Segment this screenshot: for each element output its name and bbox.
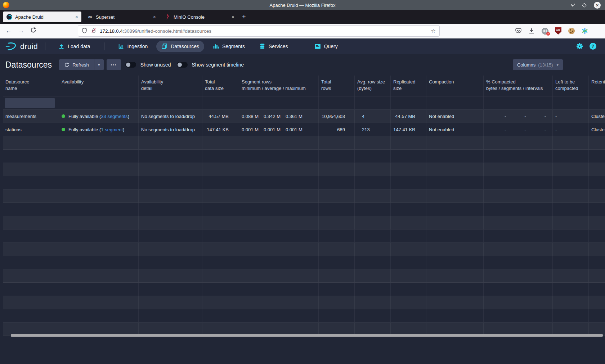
nav-item-label: Ingestion — [127, 44, 148, 49]
segments-link[interactable]: 33 segments — [101, 114, 127, 119]
brand-text: druid — [20, 42, 38, 51]
druid-logo[interactable]: druid — [5, 41, 38, 51]
asterisk-extension-icon[interactable] — [581, 27, 589, 35]
column-header-left_to_be_compacted[interactable]: Left to becompacted — [553, 76, 589, 96]
cell-left_to_be_compacted — [553, 163, 589, 176]
cell-left_to_be_compacted — [553, 96, 589, 109]
nav-item-datasources[interactable]: Datasources — [156, 41, 204, 52]
back-icon[interactable]: ← — [4, 27, 13, 35]
tab-close-icon[interactable]: × — [153, 14, 156, 20]
cell-name — [3, 269, 59, 282]
show-unused-toggle[interactable] — [125, 62, 136, 68]
cell-pct_compacted — [484, 203, 553, 216]
cell-total_data_size — [202, 296, 239, 309]
window-minimize-icon[interactable] — [571, 2, 575, 6]
segments-link[interactable]: 1 segment — [101, 127, 123, 132]
tab-close-icon[interactable]: × — [75, 14, 78, 20]
help-icon[interactable]: ? — [590, 43, 596, 50]
cell-compaction — [426, 243, 484, 256]
cell-compaction — [426, 150, 484, 163]
reload-icon[interactable] — [29, 27, 37, 35]
cell-replicated_size — [391, 256, 426, 269]
column-header-compaction[interactable]: Compaction — [426, 76, 484, 96]
tab-apache-druid[interactable]: Apache Druid × — [3, 12, 81, 22]
cell-left_to_be_compacted — [553, 269, 589, 282]
tab-close-icon[interactable]: × — [232, 14, 234, 20]
bookmark-star-icon[interactable]: ☆ — [431, 28, 436, 34]
insecure-lock-icon[interactable] — [91, 28, 97, 35]
cell-compaction: Not enabled — [426, 123, 484, 136]
column-header-avg_row_size[interactable]: Avg. row size(bytes) — [355, 76, 391, 96]
cell-total_data_size — [202, 216, 239, 229]
cell-total_rows — [319, 203, 355, 216]
cell-total_data_size — [202, 150, 239, 163]
datasource-filter-input[interactable] — [5, 98, 55, 108]
cell-left_to_be_compacted — [553, 256, 589, 269]
cell-pct_compacted — [484, 323, 553, 336]
window-restore-icon[interactable] — [582, 3, 587, 8]
refresh-dropdown-caret[interactable]: ▾ — [94, 59, 104, 70]
tab-minio-console[interactable]: MinIO Console × — [161, 12, 238, 22]
nav-item-services[interactable]: Services — [254, 41, 293, 52]
column-header-total_rows[interactable]: Totalrows — [319, 76, 355, 96]
cell-pct_compacted — [484, 229, 553, 242]
show-segment-timeline-toggle[interactable] — [177, 62, 188, 68]
settings-gear-icon[interactable] — [576, 43, 583, 50]
cell-availability: Fully available (1 segment) — [59, 123, 139, 136]
cookie-icon[interactable] — [568, 27, 575, 35]
forward-icon[interactable]: → — [17, 27, 26, 35]
download-icon[interactable] — [528, 27, 535, 35]
column-header-availability[interactable]: Availability — [59, 76, 139, 96]
cell-pct_compacted — [484, 216, 553, 229]
column-header-replicated_size[interactable]: Replicatedsize — [391, 76, 426, 96]
cell-total_rows — [319, 256, 355, 269]
columns-button[interactable]: Columns (13/15) ▾ — [513, 59, 563, 70]
cell-segment_rows — [239, 323, 319, 336]
more-actions-button[interactable]: ••• — [107, 59, 121, 70]
cell-left_to_be_compacted — [553, 136, 589, 149]
load-data-icon — [58, 43, 64, 49]
new-tab-button[interactable]: + — [242, 13, 246, 21]
cell-compaction — [426, 216, 484, 229]
ublock-origin-icon[interactable]: uO — [554, 27, 562, 35]
nav-item-load-data[interactable]: Load data — [53, 41, 95, 52]
cell-total_rows — [319, 283, 355, 296]
extension-icon[interactable]: × — [541, 27, 549, 35]
menu-hamburger-icon[interactable] — [594, 29, 600, 33]
horizontal-scrollbar[interactable] — [11, 334, 603, 337]
cell-total_data_size — [202, 136, 239, 149]
column-header-pct_compacted[interactable]: % Compactedbytes / segments / intervals — [484, 76, 553, 96]
tab-superset[interactable]: ∞ Superset × — [84, 12, 159, 22]
cell-replicated_size — [391, 203, 426, 216]
cell-segment_rows — [239, 229, 319, 242]
pocket-icon[interactable] — [514, 27, 522, 35]
column-header-segment_rows[interactable]: Segment rowsminimum / average / maximum — [239, 76, 319, 96]
cell-availability_detail — [139, 150, 202, 163]
cell-retention — [589, 150, 605, 163]
superset-favicon-icon: ∞ — [87, 14, 93, 20]
cell-value: 0.001 M — [264, 127, 281, 132]
nav-item-label: Load data — [68, 44, 90, 49]
column-header-availability_detail[interactable]: Availabilitydetail — [139, 76, 202, 96]
column-header-name[interactable]: Datasourcename — [3, 76, 59, 96]
url-text[interactable]: 172.18.0.4:30899/unified-console.html#da… — [100, 28, 431, 34]
cell-availability_detail — [139, 176, 202, 189]
tracking-shield-icon[interactable] — [82, 28, 87, 35]
cell-segment_rows — [239, 136, 319, 149]
column-header-total_data_size[interactable]: Totaldata size — [202, 76, 239, 96]
window-close-icon[interactable]: × — [594, 2, 601, 9]
cell-avg_row_size — [355, 269, 391, 282]
table-filter-row — [3, 96, 605, 110]
url-bar[interactable]: 172.18.0.4:30899/unified-console.html#da… — [78, 25, 440, 37]
nav-item-segments[interactable]: Segments — [208, 41, 250, 52]
cell-pct_compacted — [484, 163, 553, 176]
availability-status-text: ) — [128, 114, 129, 119]
refresh-button[interactable]: Refresh ▾ — [59, 59, 104, 70]
table-row-empty — [3, 296, 605, 309]
cell-retention — [589, 243, 605, 256]
nav-item-ingestion[interactable]: Ingestion — [113, 41, 153, 52]
segments-icon — [213, 43, 219, 49]
column-header-retention[interactable]: Retention — [589, 76, 605, 96]
nav-item-query[interactable]: Query — [309, 41, 343, 52]
column-header-text: compacted — [555, 85, 586, 92]
